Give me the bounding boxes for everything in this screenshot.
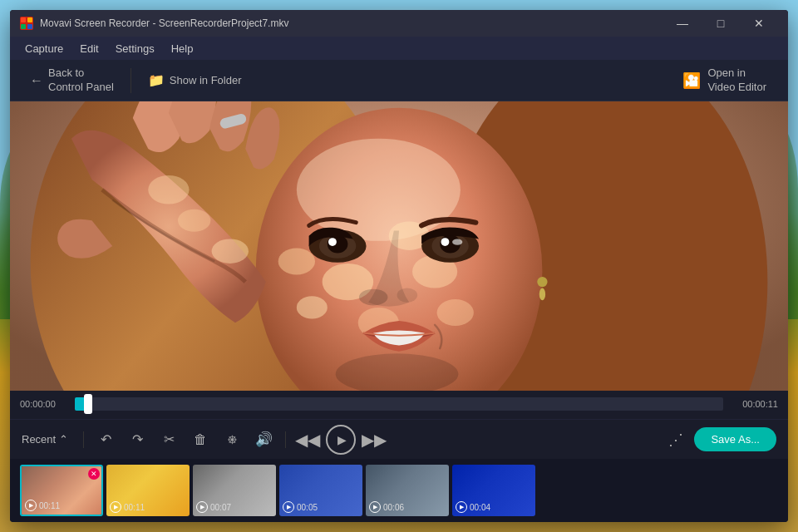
svg-point-35 bbox=[178, 209, 210, 232]
thumb-play-icon-3: ▶ bbox=[196, 501, 208, 513]
thumb-duration-5: 00:06 bbox=[383, 503, 404, 512]
thumbnail-play-overlay-1: ▶ 00:11 bbox=[25, 500, 60, 511]
title-bar: Movavi Screen Recorder - ScreenRecorderP… bbox=[10, 10, 788, 37]
redo-button[interactable]: ↷ bbox=[124, 426, 150, 453]
open-editor-line1: Open in bbox=[707, 66, 766, 81]
menu-capture[interactable]: Capture bbox=[17, 39, 71, 58]
thumb-play-icon-2: ▶ bbox=[110, 501, 121, 513]
delete-button[interactable]: 🗑 bbox=[187, 426, 214, 453]
thumb-duration-4: 00:05 bbox=[297, 503, 318, 512]
chevron-up-icon: ⌃ bbox=[59, 433, 68, 446]
thumb-duration-2: 00:11 bbox=[124, 503, 145, 512]
svg-point-32 bbox=[539, 288, 545, 300]
play-icon: ▶ bbox=[337, 433, 347, 446]
timeline-area: 00:00:00 00:00:11 bbox=[10, 391, 788, 419]
thumb-duration-3: 00:07 bbox=[210, 503, 231, 512]
back-arrow-icon: ← bbox=[30, 73, 43, 88]
timeline-end-time: 00:00:11 bbox=[730, 399, 778, 409]
thumb-duration-1: 00:11 bbox=[39, 501, 60, 510]
video-frame bbox=[10, 101, 788, 391]
thumb-duration-6: 00:04 bbox=[470, 503, 490, 512]
folder-icon: 📁 bbox=[148, 72, 165, 88]
thumbnail-6[interactable]: ▶ 00:04 bbox=[452, 465, 535, 516]
thumbnail-2[interactable]: ▶ 00:11 bbox=[106, 465, 190, 516]
video-svg bbox=[10, 101, 788, 391]
open-in-editor-button[interactable]: 🎦 Open in Video Editor bbox=[671, 62, 778, 100]
menu-help[interactable]: Help bbox=[163, 39, 202, 58]
video-player[interactable] bbox=[10, 101, 788, 391]
screenshot-button[interactable]: ⎈ bbox=[219, 426, 245, 453]
controls-separator-1 bbox=[83, 431, 84, 448]
maximize-button[interactable]: □ bbox=[702, 10, 740, 37]
svg-point-29 bbox=[397, 288, 418, 302]
timeline-start-time: 00:00:00 bbox=[20, 399, 68, 409]
thumbnail-play-overlay-6: ▶ 00:04 bbox=[456, 501, 490, 513]
svg-point-31 bbox=[537, 277, 547, 287]
share-icon: ⋰ bbox=[668, 431, 683, 449]
show-folder-label: Show in Folder bbox=[170, 74, 242, 86]
svg-point-26 bbox=[441, 238, 449, 246]
back-button-label: Back to Control Panel bbox=[48, 66, 114, 93]
window-title: Movavi Screen Recorder - ScreenRecorderP… bbox=[40, 17, 663, 29]
svg-point-27 bbox=[452, 239, 462, 244]
thumb-play-icon-1: ▶ bbox=[25, 500, 37, 511]
video-editor-icon: 🎦 bbox=[682, 71, 701, 90]
svg-point-34 bbox=[148, 175, 189, 204]
toolbar: ← Back to Control Panel 📁 Show in Folder… bbox=[10, 60, 788, 101]
svg-point-17 bbox=[437, 299, 474, 326]
minimize-button[interactable]: — bbox=[663, 10, 702, 37]
svg-point-13 bbox=[278, 248, 315, 274]
svg-point-22 bbox=[328, 238, 337, 246]
thumbnail-5[interactable]: ▶ 00:06 bbox=[366, 465, 449, 516]
timeline-bar[interactable] bbox=[75, 397, 723, 411]
thumbnail-3[interactable]: ▶ 00:07 bbox=[193, 465, 276, 516]
menu-bar: Capture Edit Settings Help bbox=[10, 37, 788, 60]
main-window: Movavi Screen Recorder - ScreenRecorderP… bbox=[10, 10, 788, 522]
svg-point-28 bbox=[359, 289, 387, 306]
thumbnail-1[interactable]: ✕ ▶ 00:11 bbox=[20, 465, 103, 516]
undo-button[interactable]: ↶ bbox=[92, 426, 119, 453]
thumbnail-play-overlay-5: ▶ 00:06 bbox=[369, 501, 404, 513]
volume-button[interactable]: 🔊 bbox=[250, 426, 277, 453]
recent-button[interactable]: Recent ⌃ bbox=[22, 433, 68, 446]
play-button[interactable]: ▶ bbox=[326, 425, 356, 455]
thumbnail-4[interactable]: ▶ 00:05 bbox=[279, 465, 362, 516]
svg-rect-3 bbox=[21, 24, 26, 29]
svg-rect-4 bbox=[27, 24, 32, 29]
thumbnail-play-overlay-2: ▶ 00:11 bbox=[110, 501, 145, 513]
show-in-folder-button[interactable]: 📁 Show in Folder bbox=[138, 67, 252, 93]
timeline-handle[interactable] bbox=[84, 394, 92, 414]
thumbnail-play-overlay-3: ▶ 00:07 bbox=[196, 501, 231, 513]
svg-point-36 bbox=[212, 239, 249, 264]
svg-point-15 bbox=[297, 296, 328, 318]
menu-settings[interactable]: Settings bbox=[107, 39, 163, 58]
thumbnail-play-overlay-4: ▶ 00:05 bbox=[283, 501, 318, 513]
timeline-track: 00:00:00 00:00:11 bbox=[20, 397, 778, 411]
open-editor-line2: Video Editor bbox=[707, 81, 766, 95]
share-button[interactable]: ⋰ bbox=[663, 426, 689, 453]
cut-button[interactable]: ✂ bbox=[155, 426, 182, 453]
controls-separator-2 bbox=[285, 431, 286, 448]
svg-rect-1 bbox=[21, 17, 26, 22]
back-to-control-panel-button[interactable]: ← Back to Control Panel bbox=[20, 62, 124, 100]
recent-label: Recent bbox=[22, 433, 56, 446]
thumb-play-icon-5: ▶ bbox=[369, 501, 381, 513]
menu-edit[interactable]: Edit bbox=[71, 39, 106, 58]
skip-forward-button[interactable]: ▶▶ bbox=[361, 426, 387, 453]
thumbnail-close-badge[interactable]: ✕ bbox=[88, 468, 100, 480]
window-controls: — □ ✕ bbox=[663, 10, 778, 37]
thumb-play-icon-6: ▶ bbox=[456, 501, 467, 513]
thumb-play-icon-4: ▶ bbox=[283, 501, 294, 513]
controls-bar: Recent ⌃ ↶ ↷ ✂ 🗑 ⎈ 🔊 ◀◀ ▶ ▶▶ ⋰ Save As..… bbox=[10, 419, 788, 459]
toolbar-separator bbox=[131, 68, 131, 93]
close-button[interactable]: ✕ bbox=[740, 10, 778, 37]
svg-point-11 bbox=[297, 139, 461, 241]
skip-back-button[interactable]: ◀◀ bbox=[294, 426, 321, 453]
thumbnails-strip: ✕ ▶ 00:11 ▶ 00:11 ▶ 00:07 ▶ bbox=[10, 459, 788, 522]
app-icon bbox=[20, 17, 33, 30]
svg-rect-2 bbox=[27, 17, 32, 22]
save-as-button[interactable]: Save As... bbox=[694, 427, 776, 451]
